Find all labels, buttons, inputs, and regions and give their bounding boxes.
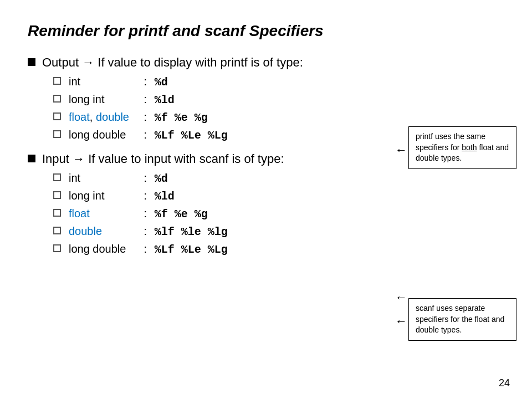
list-item: float : %f %e %g [53,207,504,221]
list-item: long int : %ld [53,190,504,203]
checkbox-icon [53,227,61,234]
input-label: Input → If value to input with scanf is … [42,152,284,166]
printf-tooltip-text: printf uses the same specifiers for both… [416,132,509,162]
specifier-value: %d [155,172,168,185]
list-item: int : %d [53,75,504,89]
bullet-square-icon [28,155,35,162]
type-long-int: long int [69,93,141,106]
checkbox-icon [53,244,61,252]
scanf-arrow-float-icon: ← [395,290,407,305]
specifier-value: %Lf %Le %Lg [155,129,228,142]
type-long-double: long double [69,129,141,141]
checkbox-icon [53,191,61,199]
bullet-square-icon [28,58,35,66]
printf-arrow-icon: ← [395,143,407,157]
type-long-int: long int [69,190,141,202]
checkbox-icon [53,130,61,138]
checkbox-icon [53,95,61,103]
type-float-double: float, double [69,111,141,124]
specifier-value: %f %e %g [155,111,208,124]
specifier-value: %ld [155,94,175,106]
output-main-bullet: Output → If value to display with printf… [28,55,504,70]
checkbox-icon [53,173,61,181]
output-label: Output → If value to display with printf… [42,55,303,70]
checkbox-icon [53,112,61,120]
list-item: long int : %ld [53,93,504,106]
checkbox-icon [53,77,61,85]
page-number: 24 [499,377,510,389]
scanf-arrow-double-icon: ← [395,314,407,329]
slide: Reminder for printf and scanf Specifiers… [0,0,532,399]
type-double: double [69,225,141,238]
checkbox-icon [53,209,61,217]
specifier-value: %ld [155,190,175,203]
list-item: int : %d [53,172,504,185]
specifier-value: %d [155,76,168,89]
input-sub-bullets: int : %d long int : %ld float [53,172,504,256]
list-item: double : %lf %le %lg [53,225,504,238]
type-float: float [69,207,141,220]
specifier-value: %f %e %g [155,208,208,221]
scanf-tooltip: scanf uses separate specifiers for the f… [408,298,516,341]
type-int: int [69,172,141,185]
specifier-value: %lf %le %lg [155,226,228,238]
type-int: int [69,75,141,88]
slide-title: Reminder for printf and scanf Specifiers [28,22,504,40]
list-item: long double : %Lf %Le %Lg [53,243,504,256]
type-long-double: long double [69,243,141,255]
list-item: float, double : %f %e %g [53,111,504,124]
specifier-value: %Lf %Le %Lg [155,243,228,256]
scanf-tooltip-text: scanf uses separate specifiers for the f… [416,304,504,334]
printf-tooltip: printf uses the same specifiers for both… [408,126,516,169]
